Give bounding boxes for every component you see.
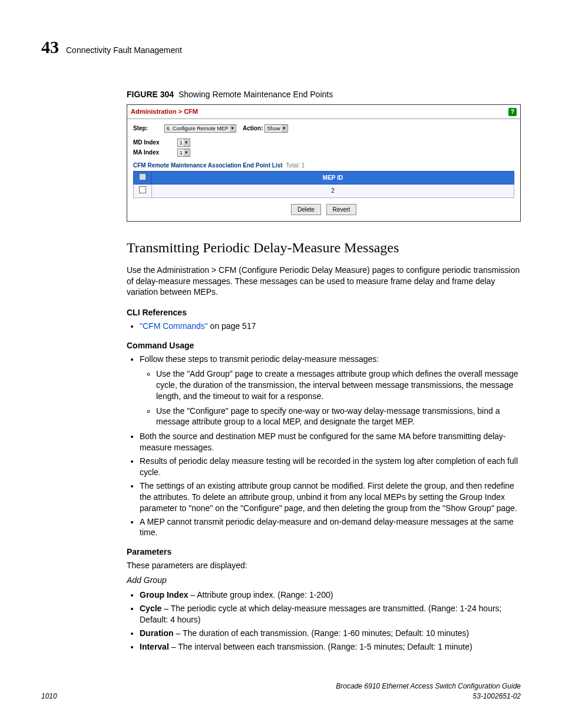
step-action-row: Step: 6. Configure Remote MEP Action: Sh…: [133, 124, 514, 133]
param-item: Cycle – The periodic cycle at which dela…: [140, 603, 521, 625]
usage-subitem: Use the "Add Group" page to create a mes…: [156, 368, 521, 402]
cfm-commands-suffix: on page 517: [208, 321, 256, 331]
section-intro: Use the Administration > CFM (Configure …: [127, 265, 521, 298]
help-icon[interactable]: ?: [508, 108, 517, 116]
param-name: Duration: [140, 628, 174, 638]
figure-screenshot: Administration > CFM ? Step: 6. Configur…: [127, 104, 521, 222]
chapter-number: 43: [41, 35, 59, 60]
parameters-intro: These parameters are displayed:: [127, 560, 521, 571]
list-title-text: CFM Remote Maintenance Association End P…: [133, 162, 283, 169]
mep-table: MEP ID 2: [133, 171, 514, 198]
param-name: Interval: [140, 642, 169, 651]
book-title: Brocade 6910 Ethernet Access Switch Conf…: [336, 681, 521, 691]
param-desc: – The periodic cycle at which delay-meas…: [140, 604, 502, 624]
page-header: 43 Connectivity Fault Management: [41, 35, 521, 60]
section-title: Transmitting Periodic Delay-Measure Mess…: [127, 238, 521, 257]
command-usage-heading: Command Usage: [127, 340, 521, 351]
usage-item: Follow these steps to transmit periodic …: [140, 354, 521, 427]
breadcrumb-bar: Administration > CFM ?: [127, 105, 520, 119]
col-mepid: MEP ID: [152, 171, 514, 185]
usage-item: The settings of an existing attribute gr…: [140, 480, 521, 514]
row-checkbox-cell[interactable]: [134, 185, 152, 198]
parameters-heading: Parameters: [127, 546, 521, 558]
total-value: 1: [302, 162, 305, 169]
delete-button[interactable]: Delete: [291, 204, 321, 216]
figure-caption-text: Showing Remote Maintenance End Points: [178, 90, 333, 99]
figure-caption: FIGURE 304 Showing Remote Maintenance En…: [127, 89, 521, 100]
param-desc: – The interval between each transmission…: [169, 642, 472, 651]
cli-reference-item: "CFM Commands" on page 517: [140, 321, 521, 332]
breadcrumb: Administration > CFM: [131, 107, 198, 116]
md-index-dropdown[interactable]: 1: [177, 139, 190, 147]
ma-index-dropdown[interactable]: 1: [177, 149, 190, 157]
step-label: Step:: [133, 124, 163, 133]
param-name: Group Index: [140, 590, 188, 599]
param-item: Group Index – Attribute group index. (Ra…: [140, 589, 521, 601]
action-dropdown[interactable]: Show: [265, 124, 288, 133]
param-desc: – Attribute group index. (Range: 1-200): [188, 590, 333, 599]
figure-label: FIGURE 304: [127, 90, 174, 99]
ma-index-row: MA Index 1: [133, 149, 514, 157]
md-index-row: MD Index 1: [133, 139, 514, 147]
revert-button[interactable]: Revert: [326, 204, 356, 216]
cfm-commands-link[interactable]: "CFM Commands": [140, 321, 208, 331]
select-all-header[interactable]: [134, 171, 152, 185]
ma-index-label: MA Index: [133, 149, 176, 157]
usage-subitem: Use the "Configure" page to specify one-…: [156, 406, 521, 428]
step-dropdown[interactable]: 6. Configure Remote MEP: [164, 124, 236, 133]
param-item: Interval – The interval between each tra…: [140, 641, 521, 653]
param-desc: – The duration of each transmission. (Ra…: [174, 628, 470, 638]
usage-item: Both the source and destination MEP must…: [140, 431, 521, 453]
doc-number: 53-1002651-02: [336, 691, 521, 701]
page-footer: 1010 Brocade 6910 Ethernet Access Switch…: [41, 681, 521, 700]
usage-text: Follow these steps to transmit periodic …: [140, 354, 379, 364]
usage-item: A MEP cannot transmit periodic delay-mea…: [140, 516, 521, 539]
cli-references-heading: CLI References: [127, 307, 521, 318]
total-label: Total:: [286, 162, 300, 169]
chapter-title: Connectivity Fault Management: [66, 45, 182, 56]
usage-item: Results of periodic delay measure testin…: [140, 456, 521, 478]
row-mepid: 2: [152, 185, 514, 198]
table-row: 2: [134, 185, 514, 198]
list-title: CFM Remote Maintenance Association End P…: [133, 162, 514, 170]
action-label: Action:: [243, 124, 263, 133]
param-name: Cycle: [140, 604, 161, 613]
add-group-heading: Add Group: [127, 575, 521, 586]
param-item: Duration – The duration of each transmis…: [140, 628, 521, 639]
page-number: 1010: [41, 691, 57, 701]
md-index-label: MD Index: [133, 139, 176, 147]
